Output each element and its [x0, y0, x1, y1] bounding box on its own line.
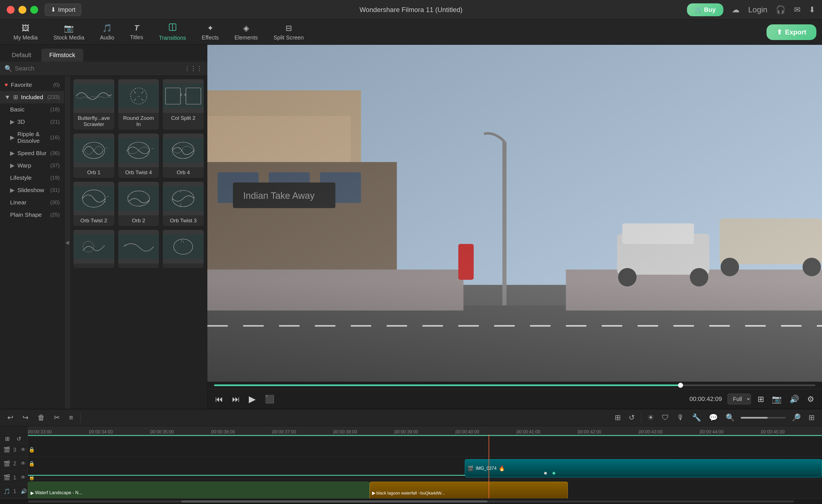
clip-black-lagoon[interactable]: ▶ black lagoon waterfall ~buQka4dW... — [370, 482, 568, 498]
grid-item-round-zoom-in[interactable]: ↔ Round Zoom In — [118, 79, 159, 130]
login-label[interactable]: Login — [748, 5, 767, 14]
clip-black-lagoon-icon: ▶ — [372, 490, 375, 496]
buy-icon: 🛒 — [695, 6, 702, 13]
toolbar-my-media[interactable]: 🖼 My Media — [6, 21, 46, 44]
ruler-tick-2: 00:00:35:00 — [150, 430, 174, 435]
track-a1-speaker-icon[interactable]: 🔊 — [21, 488, 27, 494]
sidebar-3d-label: 3D — [17, 118, 25, 125]
toolbar-stock-media[interactable]: 📷 Stock Media — [46, 21, 92, 44]
cut-button[interactable]: ✂ — [52, 412, 62, 424]
undo-button[interactable]: ↩ — [6, 412, 15, 424]
sidebar-item-ripple[interactable]: ▶ Ripple & Dissolve (16) — [0, 128, 64, 147]
sidebar-item-speed-blur[interactable]: ▶ Speed Blur (36) — [0, 147, 64, 159]
split-button[interactable]: ≡ — [67, 412, 75, 424]
sidebar-item-warp[interactable]: ▶ Warp (37) — [0, 159, 64, 172]
add-media-button[interactable]: ⊞ — [3, 434, 11, 444]
import-button[interactable]: ⬇ Import — [45, 4, 81, 16]
toolbar-audio[interactable]: 🎵 Audio — [92, 21, 122, 44]
grid-view-icon[interactable]: ⊞ — [807, 412, 816, 424]
shield-icon[interactable]: 🛡 — [660, 412, 671, 424]
zoom-in-icon[interactable]: 🔎 — [790, 412, 802, 424]
minimize-button[interactable] — [18, 6, 26, 14]
panel-collapse-handle[interactable]: ◀ — [64, 76, 70, 409]
track-3-eye-icon[interactable]: 👁 — [21, 447, 26, 453]
play-button[interactable]: ▶ — [248, 393, 257, 405]
tools-icon[interactable]: 🔧 — [690, 412, 703, 424]
grid-item-orb-1[interactable]: → ← Orb 1 — [73, 134, 114, 178]
loop-icon[interactable]: ↺ — [15, 434, 23, 444]
caption-icon[interactable]: 💬 — [707, 412, 720, 424]
included-icon: ⊞ — [13, 94, 18, 101]
frame-back-button[interactable]: ⏭ — [231, 393, 241, 405]
grid-item-partial-3[interactable]: ↑↓ — [163, 230, 204, 268]
grid-item-orb-twist-2-label: Orb Twist 2 — [73, 215, 114, 226]
toolbar-transitions[interactable]: Transitions — [151, 20, 194, 44]
thumb-orb-twist-3: ↕ ↕ — [163, 182, 204, 215]
buy-button[interactable]: 🛒 Buy — [687, 3, 724, 16]
search-input[interactable] — [15, 65, 181, 72]
toolbar-effects[interactable]: ✦ Effects — [194, 21, 227, 44]
grid-item-orb-2[interactable]: ← Orb 2 — [118, 182, 159, 226]
sidebar-item-linear[interactable]: Linear (30) — [0, 196, 64, 209]
stop-button[interactable]: ⬛ — [264, 393, 276, 405]
tab-default[interactable]: Default — [4, 49, 39, 62]
grid-item-col-split-2[interactable]: Col Split 2 — [163, 79, 204, 130]
grid-item-orb-twist-4[interactable]: → ← Orb Twist 4 — [118, 134, 159, 178]
toolbar-elements[interactable]: ◈ Elements — [227, 21, 266, 44]
sidebar-item-basic[interactable]: Basic (18) — [0, 103, 64, 116]
mic-icon[interactable]: 🎙 — [675, 412, 686, 424]
volume-icon[interactable]: 🔊 — [788, 393, 800, 405]
maximize-button[interactable] — [30, 6, 38, 14]
grid-item-butterfly-wave[interactable]: Butterfly...ave Scrawler — [73, 79, 114, 130]
track-1-eye-icon[interactable]: 👁 — [21, 475, 26, 480]
close-button[interactable] — [7, 6, 15, 14]
sun-icon[interactable]: ☀ — [646, 412, 656, 424]
headphone-icon[interactable]: 🎧 — [776, 5, 786, 14]
sidebar-item-lifestyle[interactable]: Lifestyle (19) — [0, 172, 64, 184]
camera-icon[interactable]: 📷 — [771, 393, 783, 405]
settings-icon[interactable]: ⚙ — [806, 393, 815, 405]
sidebar-item-plain-shape[interactable]: Plain Shape (25) — [0, 209, 64, 221]
cloud-icon[interactable]: ☁ — [732, 5, 740, 14]
sidebar-item-slideshow[interactable]: ▶ Slideshow (31) — [0, 184, 64, 196]
ruler-tick-9: 00:00:42:00 — [578, 430, 601, 435]
chevron-right-icon: ▶ — [10, 118, 15, 125]
traffic-lights — [7, 6, 38, 14]
clip-waterfall[interactable]: ▶ Waterf Landscape - N... — [28, 482, 370, 498]
timeline-scrollbar[interactable] — [0, 498, 822, 504]
zoom-slider[interactable] — [741, 417, 786, 419]
track-label-v3: 🎬 3 👁 🔒 — [0, 443, 28, 457]
grid-item-partial-2[interactable]: ← — [118, 230, 159, 268]
zoom-out-icon[interactable]: 🔍 — [724, 412, 736, 424]
sidebar-warp-label: Warp — [17, 162, 31, 169]
delete-button[interactable]: 🗑 — [36, 412, 46, 424]
grid-item-partial-1[interactable] — [73, 230, 114, 268]
grid-item-orb-twist-3[interactable]: ↕ ↕ Orb Twist 3 — [163, 182, 204, 226]
mail-icon[interactable]: ✉ — [794, 5, 800, 14]
sidebar-item-favorite[interactable]: ♥ Favorite (0) — [0, 79, 64, 91]
download-icon[interactable]: ⬇ — [809, 5, 815, 14]
tab-filmstock[interactable]: Filmstock — [41, 49, 83, 62]
export-button[interactable]: ⬆ Export — [767, 24, 816, 40]
progress-bar[interactable] — [214, 384, 815, 386]
sidebar-item-included[interactable]: ▼ ⊞ Included (233) — [0, 91, 64, 103]
track-2-green-line — [28, 475, 465, 476]
ruler-tick-1: 00:00:34:00 — [89, 430, 113, 435]
clip-img0374[interactable]: 🎬 IMG_0374 🔥 — [465, 459, 822, 477]
sidebar-item-3d[interactable]: ▶ 3D (21) — [0, 116, 64, 128]
redo-button[interactable]: ↪ — [21, 412, 30, 424]
grid-item-orb-4[interactable]: ← Orb 4 — [163, 134, 204, 178]
scrollbar-thumb[interactable] — [181, 500, 488, 503]
track-2-eye-icon[interactable]: 👁 — [21, 461, 26, 466]
grid-options-icon[interactable]: ⋮⋮⋮ — [184, 65, 202, 72]
quality-select[interactable]: Full — [728, 394, 751, 404]
grid-item-orb-twist-2[interactable]: → ↗ Orb Twist 2 — [73, 182, 114, 226]
loop-button[interactable]: ↺ — [627, 412, 637, 424]
toolbar-split-screen[interactable]: ⊟ Split Screen — [266, 21, 312, 44]
add-track-button[interactable]: ⊞ — [613, 412, 623, 424]
step-back-button[interactable]: ⏮ — [214, 393, 224, 405]
sidebar-slideshow-count: (31) — [50, 187, 60, 193]
toolbar-titles[interactable]: T Titles — [122, 21, 151, 43]
fullscreen-icon[interactable]: ⊞ — [756, 393, 765, 405]
track-row-v1: ▶ Waterf Landscape - N... ▶ black lagoon… — [28, 479, 822, 498]
